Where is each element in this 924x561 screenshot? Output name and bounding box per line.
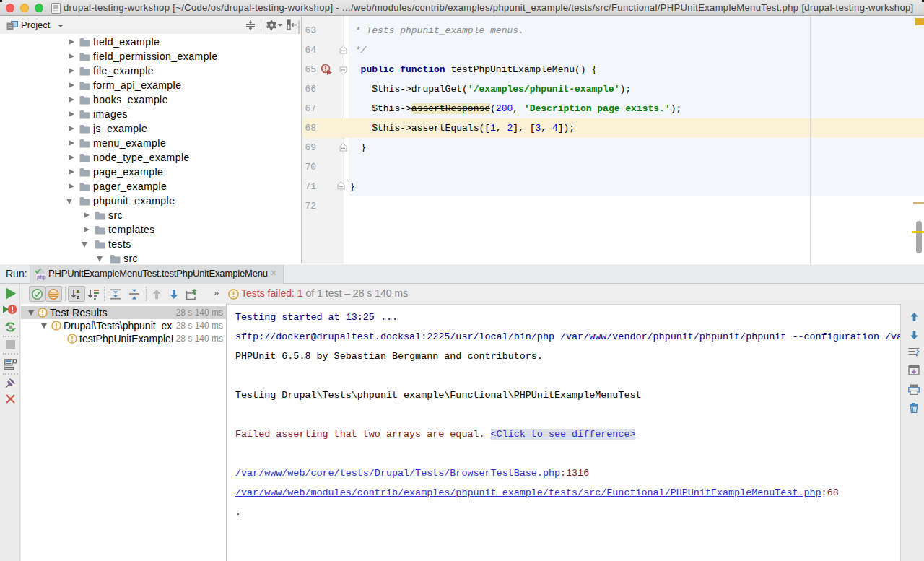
svg-text:z: z — [77, 294, 79, 300]
svg-text:php: php — [37, 274, 46, 280]
